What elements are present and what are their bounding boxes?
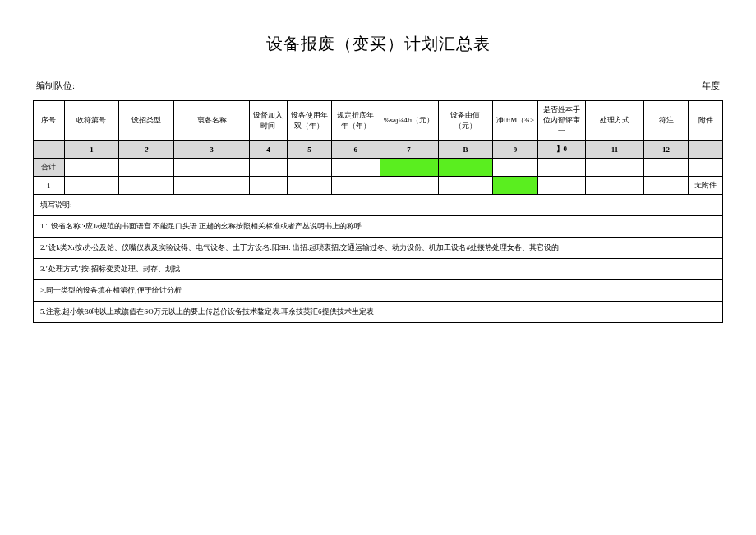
cell — [438, 177, 493, 195]
th-remark: 符注 — [643, 101, 688, 141]
cell — [287, 177, 331, 195]
note-text: 2."设k类Xr按r办公及饴、仪嘴仪表及实验设得、电气设冬、土丁方设名.阳SH:… — [34, 238, 723, 259]
cell — [64, 159, 119, 177]
th-attach: 附件 — [689, 101, 723, 141]
note-text: >.同一类型的设备填在相第行,便于统计分析 — [34, 280, 723, 302]
th-internal-review: 是否姓本手位内部评审一 — [537, 101, 585, 141]
cell — [585, 159, 643, 177]
cell — [249, 177, 287, 195]
th-orig-value: %saj¼4fi（元） — [380, 101, 438, 141]
note-row: 3."处理方式"按:招标变卖处理、封存、划找 — [34, 259, 723, 280]
cell-highlight — [380, 159, 438, 177]
cell — [174, 177, 250, 195]
num-cell: 9 — [493, 141, 537, 159]
cell-seq: 1 — [34, 177, 65, 195]
num-cell — [689, 141, 723, 159]
cell — [643, 177, 688, 195]
cell — [585, 177, 643, 195]
notes-header: 填写说明: — [34, 195, 723, 216]
note-row: 2."设k类Xr按r办公及饴、仪嘴仪表及实验设得、电气设冬、土丁方设名.阳SH:… — [34, 238, 723, 259]
num-cell: B — [438, 141, 493, 159]
cell — [287, 159, 331, 177]
th-disposal: 处理方式 — [585, 101, 643, 141]
num-cell: 2 — [119, 141, 174, 159]
cell — [332, 159, 380, 177]
note-text: 3."处理方式"按:招标变卖处理、封存、划找 — [34, 259, 723, 280]
cell — [249, 159, 287, 177]
org-label: 编制队位: — [36, 80, 75, 92]
num-cell — [34, 141, 65, 159]
th-type: 设招类型 — [119, 101, 174, 141]
num-cell: 4 — [249, 141, 287, 159]
num-cell: 1 — [64, 141, 119, 159]
th-seq: 序号 — [34, 101, 65, 141]
th-join-time: 设督加入时间 — [249, 101, 287, 141]
number-row: 1 2 3 4 5 6 7 B 9 】0 11 12 — [34, 141, 723, 159]
cell — [380, 177, 438, 195]
cell — [643, 159, 688, 177]
cell — [537, 177, 585, 195]
num-cell: 6 — [332, 141, 380, 159]
subtotal-label: 合计 — [34, 159, 65, 177]
th-name: 衷各名称 — [174, 101, 250, 141]
cell — [332, 177, 380, 195]
note-row: 1." 设省名称"•应Ja规范的书面语宫.不能足口头语.正趟的幺称按照相关标准或… — [34, 216, 723, 238]
cell — [119, 177, 174, 195]
meta-row: 编制队位: 年度 — [33, 80, 723, 92]
note-text: 5.注意:起小蚨30吨以上或旗值在SO万元以上的要上传总价设备技术鳌定表.耳余技… — [34, 302, 723, 323]
th-recv-no: 收符第号 — [64, 101, 119, 141]
th-curr-value: 设备由值（元） — [438, 101, 493, 141]
table-row: 1 无附件 — [34, 177, 723, 195]
cell-attach: 无附件 — [689, 177, 723, 195]
num-cell: 5 — [287, 141, 331, 159]
notes-header-row: 填写说明: — [34, 195, 723, 216]
cell — [537, 159, 585, 177]
cell — [174, 159, 250, 177]
num-cell: 3 — [174, 141, 250, 159]
note-row: 5.注意:起小蚨30吨以上或旗值在SO万元以上的要上传总价设备技术鳌定表.耳余技… — [34, 302, 723, 323]
cell-highlight — [493, 177, 537, 195]
main-table: 序号 收符第号 设招类型 衷各名称 设督加入时间 设各使用年双（年） 规定折底年… — [33, 100, 723, 323]
header-row: 序号 收符第号 设招类型 衷各名称 设督加入时间 设各使用年双（年） 规定折底年… — [34, 101, 723, 141]
subtotal-row: 合计 — [34, 159, 723, 177]
note-text: 1." 设省名称"•应Ja规范的书面语宫.不能足口头语.正趟的幺称按照相关标准或… — [34, 216, 723, 238]
num-cell: 11 — [585, 141, 643, 159]
page-title: 设备报废（变买）计划汇总表 — [33, 33, 723, 55]
th-use-years: 设各使用年双（年） — [287, 101, 331, 141]
th-net-value: 净IftM（¾> — [493, 101, 537, 141]
th-depr-years: 规定折底年年（年） — [332, 101, 380, 141]
num-cell: 7 — [380, 141, 438, 159]
year-label: 年度 — [702, 80, 720, 92]
cell-highlight — [438, 159, 493, 177]
note-row: >.同一类型的设备填在相第行,便于统计分析 — [34, 280, 723, 302]
num-cell: 】0 — [537, 141, 585, 159]
cell — [689, 159, 723, 177]
cell — [493, 159, 537, 177]
cell — [64, 177, 119, 195]
cell — [119, 159, 174, 177]
num-cell: 12 — [643, 141, 688, 159]
